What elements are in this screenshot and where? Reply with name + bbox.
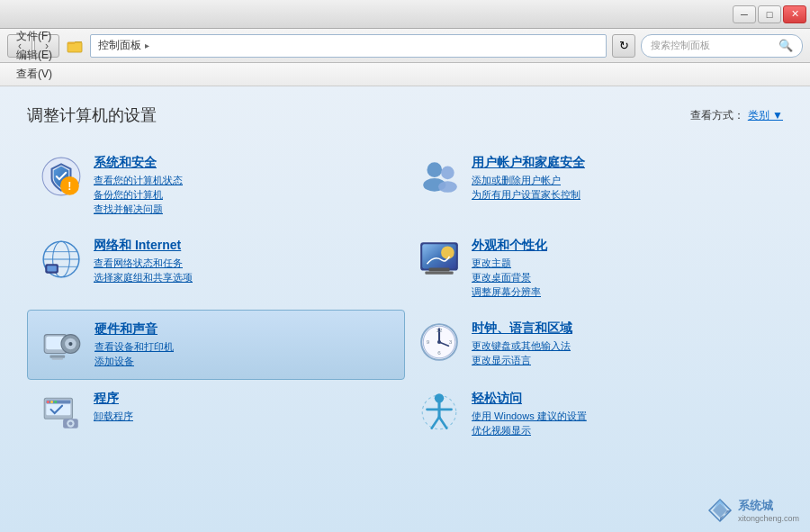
menu-item-V[interactable]: 查看(V) [9,65,60,84]
menu-item-E[interactable]: 编辑(E) [9,46,60,65]
svg-rect-26 [50,356,65,358]
appearance-link[interactable]: 更改主题 [472,257,770,270]
svg-line-50 [439,417,446,428]
user-accounts-link[interactable]: 添加或删除用户帐户 [472,174,770,187]
svg-text:9: 9 [427,338,430,345]
cp-item-hardware-sound[interactable]: 硬件和声音查看设备和打印机添加设备 [27,310,405,380]
appearance-link[interactable]: 更改桌面背景 [472,271,770,284]
user-accounts-title[interactable]: 用户帐户和家庭安全 [472,155,770,171]
cp-item-appearance[interactable]: 外观和个性化更改主题更改桌面背景调整屏幕分辨率 [405,227,783,310]
programs-text: 程序卸载程序 [94,391,392,423]
svg-point-42 [54,401,57,403]
page-header: 调整计算机的设置 查看方式： 类别 ▼ [27,104,783,126]
svg-text:12: 12 [436,327,443,333]
svg-point-20 [441,246,454,259]
svg-point-8 [438,181,457,193]
view-mode-selector[interactable]: 查看方式： 类别 ▼ [690,108,783,123]
svg-rect-1 [68,42,75,44]
system-security-title[interactable]: 系统和安全 [94,155,392,171]
search-field[interactable]: 搜索控制面板 🔍 [641,34,803,58]
address-field[interactable]: 控制面板 ▸ [90,34,607,58]
svg-point-7 [441,167,454,180]
cp-item-user-accounts[interactable]: 用户帐户和家庭安全添加或删除用户帐户为所有用户设置家长控制 [405,144,783,227]
svg-line-49 [432,417,439,428]
main-content: 调整计算机的设置 查看方式： 类别 ▼ ! 系统和安全查看您的计算机状态备份您的… [0,86,810,532]
svg-rect-15 [47,266,56,271]
svg-text:!: ! [68,180,71,193]
network-internet-link[interactable]: 选择家庭组和共享选项 [94,271,392,284]
user-accounts-text: 用户帐户和家庭安全添加或删除用户帐户为所有用户设置家长控制 [472,155,770,202]
network-internet-icon [40,238,83,281]
appearance-text: 外观和个性化更改主题更改桌面背景调整屏幕分辨率 [472,238,770,299]
programs-title[interactable]: 程序 [94,391,392,407]
svg-rect-27 [52,358,64,360]
user-accounts-link[interactable]: 为所有用户设置家长控制 [472,188,770,202]
menu-bar: 文件(F)编辑(E)查看(V)工具(T)帮助(H) [0,63,810,86]
svg-text:6: 6 [437,349,441,356]
easy-access-icon [418,391,461,434]
clock-language-link[interactable]: 更改显示语言 [472,354,770,367]
watermark-site: 系统城 [738,499,773,512]
title-bar: ─ □ ✕ [0,0,810,29]
svg-rect-18 [429,267,450,271]
watermark-url: xitongcheng.com [738,514,799,523]
hardware-sound-text: 硬件和声音查看设备和打印机添加设备 [94,321,392,368]
clock-language-link[interactable]: 更改键盘或其他输入法 [472,339,770,353]
svg-point-5 [427,162,442,177]
clock-language-icon: 12 6 9 3 [418,320,461,364]
system-security-link[interactable]: 备份您的计算机 [94,188,392,202]
maximize-button[interactable]: □ [758,5,781,23]
svg-point-45 [68,421,72,425]
easy-access-title[interactable]: 轻松访问 [472,391,770,407]
system-security-link[interactable]: 查看您的计算机状态 [94,174,392,187]
cp-item-system-security[interactable]: ! 系统和安全查看您的计算机状态备份您的计算机查找并解决问题 [27,144,405,227]
view-mode-value[interactable]: 类别 ▼ [748,108,783,123]
hardware-sound-icon [40,321,84,365]
menu-item-F[interactable]: 文件(F) [9,27,60,46]
address-bar: ‹ › 控制面板 ▸ ↻ 搜索控制面板 🔍 [0,29,810,63]
search-placeholder: 搜索控制面板 [651,39,710,52]
view-label: 查看方式： [690,108,744,123]
hardware-sound-link[interactable]: 查看设备和打印机 [94,340,392,354]
search-icon: 🔍 [778,39,793,52]
clock-language-text: 时钟、语言和区域更改键盘或其他输入法更改显示语言 [472,320,770,367]
cp-item-programs[interactable]: 程序卸载程序 [27,380,405,448]
svg-point-41 [50,401,53,403]
network-internet-link[interactable]: 查看网络状态和任务 [94,257,392,270]
svg-text:3: 3 [449,338,453,345]
easy-access-link[interactable]: 使用 Windows 建议的设置 [472,410,770,423]
programs-link[interactable]: 卸载程序 [94,410,392,423]
easy-access-text: 轻松访问使用 Windows 建议的设置优化视频显示 [472,391,770,437]
network-internet-title[interactable]: 网络和 Internet [94,238,392,254]
appearance-title[interactable]: 外观和个性化 [472,238,770,254]
appearance-icon [418,238,461,281]
hardware-sound-link[interactable]: 添加设备 [94,355,392,368]
minimize-button[interactable]: ─ [733,5,756,23]
clock-language-title[interactable]: 时钟、语言和区域 [472,320,770,337]
svg-rect-19 [425,272,453,275]
svg-point-25 [68,342,72,346]
hardware-sound-title[interactable]: 硬件和声音 [94,321,392,338]
cp-item-easy-access[interactable]: 轻松访问使用 Windows 建议的设置优化视频显示 [405,380,783,448]
close-button[interactable]: ✕ [783,5,806,23]
system-security-link[interactable]: 查找并解决问题 [94,203,392,216]
svg-point-32 [437,340,441,344]
user-accounts-icon [418,155,461,198]
address-arrow: ▸ [141,41,153,50]
programs-icon [40,391,83,434]
control-panel-grid: ! 系统和安全查看您的计算机状态备份您的计算机查找并解决问题 用户帐户和家庭安全… [27,144,783,448]
svg-point-40 [47,401,50,403]
system-security-icon: ! [40,155,83,198]
page-title: 调整计算机的设置 [27,104,157,126]
system-security-text: 系统和安全查看您的计算机状态备份您的计算机查找并解决问题 [94,155,392,216]
cp-item-clock-language[interactable]: 12 6 9 3 时钟、语言和区域更改键盘或其他输入法更改显示语言 [405,310,783,380]
network-internet-text: 网络和 Internet查看网络状态和任务选择家庭组和共享选项 [94,238,392,284]
cp-item-network-internet[interactable]: 网络和 Internet查看网络状态和任务选择家庭组和共享选项 [27,227,405,310]
watermark: 系统城 xitongcheng.com [707,497,799,523]
folder-icon [65,36,85,56]
window-controls: ─ □ ✕ [733,5,806,23]
refresh-button[interactable]: ↻ [612,34,635,58]
svg-rect-39 [46,400,70,403]
easy-access-link[interactable]: 优化视频显示 [472,424,770,437]
appearance-link[interactable]: 调整屏幕分辨率 [472,285,770,299]
